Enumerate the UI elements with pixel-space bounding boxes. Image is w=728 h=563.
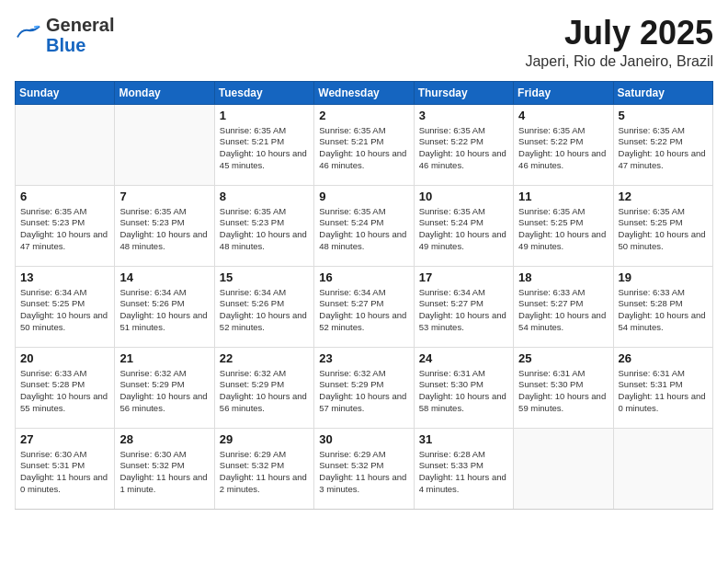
day-number: 30 (319, 432, 408, 446)
calendar-cell: 17Sunrise: 6:34 AM Sunset: 5:27 PM Dayli… (414, 266, 513, 347)
day-number: 13 (20, 270, 109, 284)
cell-text: Sunrise: 6:31 AM Sunset: 5:30 PM Dayligh… (419, 368, 508, 415)
cell-text: Sunrise: 6:34 AM Sunset: 5:26 PM Dayligh… (119, 287, 209, 334)
calendar-cell: 8Sunrise: 6:35 AM Sunset: 5:23 PM Daylig… (214, 185, 313, 266)
day-number: 25 (518, 351, 608, 365)
cell-text: Sunrise: 6:35 AM Sunset: 5:22 PM Dayligh… (619, 125, 708, 172)
weekday-header: Saturday (613, 81, 712, 104)
cell-text: Sunrise: 6:29 AM Sunset: 5:32 PM Dayligh… (220, 449, 309, 496)
day-number: 20 (20, 351, 109, 365)
day-number: 31 (419, 432, 508, 446)
cell-text: Sunrise: 6:35 AM Sunset: 5:24 PM Dayligh… (319, 206, 408, 253)
cell-text: Sunrise: 6:35 AM Sunset: 5:21 PM Dayligh… (319, 125, 408, 172)
day-number: 27 (20, 432, 109, 446)
day-number: 18 (518, 270, 608, 284)
day-number: 19 (619, 270, 708, 284)
logo-general: General (46, 15, 114, 35)
calendar-week-row: 1Sunrise: 6:35 AM Sunset: 5:21 PM Daylig… (16, 104, 713, 185)
logo-bird-icon (15, 23, 42, 47)
weekday-header: Thursday (414, 81, 513, 104)
calendar-cell: 26Sunrise: 6:31 AM Sunset: 5:31 PM Dayli… (613, 347, 712, 428)
cell-text: Sunrise: 6:35 AM Sunset: 5:22 PM Dayligh… (518, 125, 608, 172)
cell-text: Sunrise: 6:32 AM Sunset: 5:29 PM Dayligh… (319, 368, 408, 415)
day-number: 15 (220, 270, 309, 284)
day-number: 7 (119, 190, 209, 203)
cell-text: Sunrise: 6:35 AM Sunset: 5:24 PM Dayligh… (419, 206, 508, 253)
weekday-header: Sunday (16, 81, 115, 104)
cell-text: Sunrise: 6:34 AM Sunset: 5:26 PM Dayligh… (220, 287, 309, 334)
calendar-cell: 31Sunrise: 6:28 AM Sunset: 5:33 PM Dayli… (414, 428, 513, 509)
title-block: July 2025 Japeri, Rio de Janeiro, Brazil (525, 15, 713, 70)
cell-text: Sunrise: 6:33 AM Sunset: 5:27 PM Dayligh… (518, 287, 608, 334)
cell-text: Sunrise: 6:35 AM Sunset: 5:21 PM Dayligh… (220, 125, 309, 172)
calendar-cell: 18Sunrise: 6:33 AM Sunset: 5:27 PM Dayli… (514, 266, 613, 347)
calendar-cell: 29Sunrise: 6:29 AM Sunset: 5:32 PM Dayli… (214, 428, 313, 509)
day-number: 10 (419, 190, 508, 203)
cell-text: Sunrise: 6:29 AM Sunset: 5:32 PM Dayligh… (319, 449, 408, 496)
cell-text: Sunrise: 6:35 AM Sunset: 5:23 PM Dayligh… (119, 206, 209, 253)
weekday-header: Tuesday (214, 81, 313, 104)
day-number: 9 (319, 190, 408, 203)
day-number: 2 (319, 109, 408, 122)
cell-text: Sunrise: 6:32 AM Sunset: 5:29 PM Dayligh… (119, 368, 209, 415)
day-number: 26 (619, 351, 708, 365)
calendar-cell: 25Sunrise: 6:31 AM Sunset: 5:30 PM Dayli… (514, 347, 613, 428)
cell-text: Sunrise: 6:30 AM Sunset: 5:31 PM Dayligh… (20, 449, 109, 496)
day-number: 28 (119, 432, 209, 446)
cell-text: Sunrise: 6:34 AM Sunset: 5:27 PM Dayligh… (419, 287, 508, 334)
calendar-cell: 6Sunrise: 6:35 AM Sunset: 5:23 PM Daylig… (16, 185, 115, 266)
location-title: Japeri, Rio de Janeiro, Brazil (525, 53, 713, 70)
page-header: General Blue July 2025 Japeri, Rio de Ja… (15, 15, 713, 70)
calendar-cell: 16Sunrise: 6:34 AM Sunset: 5:27 PM Dayli… (314, 266, 414, 347)
cell-text: Sunrise: 6:34 AM Sunset: 5:25 PM Dayligh… (20, 287, 109, 334)
day-number: 3 (419, 109, 508, 122)
day-number: 8 (220, 190, 309, 203)
weekday-header: Wednesday (314, 81, 414, 104)
weekday-header: Friday (514, 81, 613, 104)
calendar-cell: 14Sunrise: 6:34 AM Sunset: 5:26 PM Dayli… (115, 266, 214, 347)
day-number: 11 (518, 190, 608, 203)
calendar-cell (16, 104, 115, 185)
calendar-cell: 19Sunrise: 6:33 AM Sunset: 5:28 PM Dayli… (613, 266, 712, 347)
cell-text: Sunrise: 6:35 AM Sunset: 5:23 PM Dayligh… (20, 206, 109, 253)
cell-text: Sunrise: 6:31 AM Sunset: 5:31 PM Dayligh… (619, 368, 708, 415)
calendar-cell: 28Sunrise: 6:30 AM Sunset: 5:32 PM Dayli… (115, 428, 214, 509)
calendar-cell: 24Sunrise: 6:31 AM Sunset: 5:30 PM Dayli… (414, 347, 513, 428)
calendar-cell: 11Sunrise: 6:35 AM Sunset: 5:25 PM Dayli… (514, 185, 613, 266)
cell-text: Sunrise: 6:30 AM Sunset: 5:32 PM Dayligh… (119, 449, 209, 496)
calendar-cell: 20Sunrise: 6:33 AM Sunset: 5:28 PM Dayli… (16, 347, 115, 428)
calendar-cell: 3Sunrise: 6:35 AM Sunset: 5:22 PM Daylig… (414, 104, 513, 185)
day-number: 29 (220, 432, 309, 446)
day-number: 16 (319, 270, 408, 284)
cell-text: Sunrise: 6:34 AM Sunset: 5:27 PM Dayligh… (319, 287, 408, 334)
cell-text: Sunrise: 6:33 AM Sunset: 5:28 PM Dayligh… (619, 287, 708, 334)
cell-text: Sunrise: 6:35 AM Sunset: 5:25 PM Dayligh… (518, 206, 608, 253)
cell-text: Sunrise: 6:33 AM Sunset: 5:28 PM Dayligh… (20, 368, 109, 415)
day-number: 17 (419, 270, 508, 284)
calendar-cell: 15Sunrise: 6:34 AM Sunset: 5:26 PM Dayli… (214, 266, 313, 347)
calendar-cell: 22Sunrise: 6:32 AM Sunset: 5:29 PM Dayli… (214, 347, 313, 428)
day-number: 6 (20, 190, 109, 203)
calendar-cell: 9Sunrise: 6:35 AM Sunset: 5:24 PM Daylig… (314, 185, 414, 266)
day-number: 1 (220, 109, 309, 122)
calendar-cell: 10Sunrise: 6:35 AM Sunset: 5:24 PM Dayli… (414, 185, 513, 266)
day-number: 23 (319, 351, 408, 365)
calendar-cell (115, 104, 214, 185)
calendar-cell: 30Sunrise: 6:29 AM Sunset: 5:32 PM Dayli… (314, 428, 414, 509)
calendar-cell: 4Sunrise: 6:35 AM Sunset: 5:22 PM Daylig… (514, 104, 613, 185)
day-number: 12 (619, 190, 708, 203)
calendar-cell (613, 428, 712, 509)
month-title: July 2025 (525, 15, 713, 52)
calendar-week-row: 13Sunrise: 6:34 AM Sunset: 5:25 PM Dayli… (16, 266, 713, 347)
cell-text: Sunrise: 6:35 AM Sunset: 5:23 PM Dayligh… (220, 206, 309, 253)
calendar-cell: 21Sunrise: 6:32 AM Sunset: 5:29 PM Dayli… (115, 347, 214, 428)
calendar-cell: 13Sunrise: 6:34 AM Sunset: 5:25 PM Dayli… (16, 266, 115, 347)
calendar-cell: 27Sunrise: 6:30 AM Sunset: 5:31 PM Dayli… (16, 428, 115, 509)
day-number: 4 (518, 109, 608, 122)
calendar-week-row: 6Sunrise: 6:35 AM Sunset: 5:23 PM Daylig… (16, 185, 713, 266)
day-number: 21 (119, 351, 209, 365)
cell-text: Sunrise: 6:35 AM Sunset: 5:25 PM Dayligh… (619, 206, 708, 253)
cell-text: Sunrise: 6:32 AM Sunset: 5:29 PM Dayligh… (220, 368, 309, 415)
day-number: 5 (619, 109, 708, 122)
cell-text: Sunrise: 6:35 AM Sunset: 5:22 PM Dayligh… (419, 125, 508, 172)
